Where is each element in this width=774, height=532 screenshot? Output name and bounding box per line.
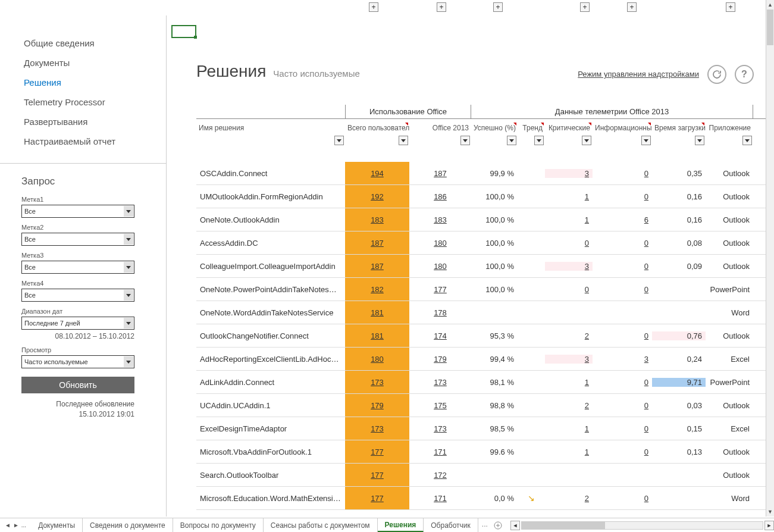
cell-office[interactable]: 178 — [409, 308, 471, 317]
cell-info[interactable]: 0 — [593, 424, 652, 433]
sheet-nav-more[interactable]: ... — [21, 522, 26, 528]
column-group-expand-button[interactable]: + — [437, 2, 446, 12]
cell-office[interactable]: 173 — [409, 378, 471, 387]
filter-button[interactable] — [582, 136, 591, 145]
filter-button[interactable] — [695, 136, 704, 145]
sheet-tab[interactable]: Сеансы работы с документом — [264, 518, 378, 532]
cell-office[interactable]: 183 — [409, 215, 471, 224]
cell-critical[interactable]: 2 — [545, 494, 593, 503]
nav-item[interactable]: Решения — [24, 73, 154, 92]
scroll-down-button[interactable]: ▼ — [766, 507, 774, 517]
cell-office[interactable]: 186 — [409, 192, 471, 201]
cell-info[interactable]: 0 — [593, 447, 652, 456]
cell-users[interactable]: 173 — [345, 417, 409, 440]
cell-info[interactable]: 0 — [593, 494, 652, 503]
view-select[interactable]: Часто используемые — [21, 355, 134, 368]
sheet-tab[interactable]: Сведения о документе — [83, 518, 173, 532]
help-icon-button[interactable]: ? — [735, 65, 754, 84]
cell-office[interactable]: 175 — [409, 401, 471, 410]
hscroll-thumb[interactable] — [522, 522, 605, 529]
filter-button[interactable] — [641, 136, 651, 145]
horizontal-scrollbar[interactable]: ◄ ► — [510, 518, 774, 532]
column-group-expand-button[interactable]: + — [493, 2, 503, 12]
cell-users[interactable]: 181 — [345, 324, 409, 347]
cell-office[interactable]: 173 — [409, 424, 471, 433]
sheet-tab[interactable]: Документы — [31, 518, 83, 532]
query-field-select[interactable]: Все — [21, 205, 134, 218]
refresh-icon-button[interactable] — [707, 65, 726, 84]
cell-users[interactable]: 177 — [345, 440, 409, 463]
cell-info[interactable]: 0 — [593, 239, 652, 248]
nav-item[interactable]: Документы — [24, 53, 154, 73]
cell-users[interactable]: 173 — [345, 371, 409, 393]
cell-critical[interactable]: 1 — [545, 424, 593, 433]
filter-button[interactable] — [507, 136, 516, 145]
cell-critical[interactable]: 1 — [545, 192, 593, 201]
vertical-scrollbar[interactable]: ▲ ▼ — [766, 0, 774, 517]
cell-users[interactable]: 187 — [345, 231, 409, 254]
cell-critical[interactable]: 2 — [545, 331, 593, 340]
cell-office[interactable]: 177 — [409, 285, 471, 294]
cell-office[interactable]: 171 — [409, 447, 471, 456]
sheet-tab[interactable]: Решения — [378, 518, 424, 532]
cell-info[interactable]: 0 — [593, 378, 652, 387]
sheet-tab[interactable]: Обработчик — [424, 518, 478, 532]
date-range-select[interactable]: Последние 7 дней — [21, 317, 134, 330]
cell-users[interactable]: 181 — [345, 301, 409, 324]
sheet-nav-next[interactable]: ► — [13, 522, 19, 528]
cell-users[interactable]: 177 — [345, 487, 409, 509]
cell-office[interactable]: 180 — [409, 239, 471, 248]
cell-office[interactable]: 187 — [409, 169, 471, 178]
filter-button[interactable] — [742, 136, 752, 145]
cell-critical[interactable]: 1 — [545, 215, 593, 224]
nav-item[interactable]: Настраиваемый отчет — [24, 132, 154, 151]
cell-office[interactable]: 174 — [409, 331, 471, 340]
cell-critical[interactable]: 1 — [545, 378, 593, 387]
refresh-button[interactable]: Обновить — [21, 377, 134, 393]
cell-critical[interactable]: 0 — [545, 239, 593, 248]
sheet-nav-prev[interactable]: ◄ — [5, 522, 11, 528]
cell-critical[interactable]: 0 — [545, 285, 593, 294]
nav-item[interactable]: Telemetry Processor — [24, 92, 154, 112]
cell-info[interactable]: 0 — [593, 192, 652, 201]
active-cell-indicator[interactable] — [171, 25, 196, 38]
scroll-thumb[interactable] — [767, 10, 773, 45]
cell-info[interactable]: 3 — [593, 355, 652, 364]
addin-management-mode-link[interactable]: Режим управления надстройками — [578, 70, 699, 79]
cell-office[interactable]: 172 — [409, 471, 471, 480]
filter-button[interactable] — [334, 136, 344, 145]
cell-critical[interactable]: 3 — [545, 169, 593, 178]
cell-users[interactable]: 194 — [345, 162, 409, 184]
hscroll-left[interactable]: ◄ — [510, 521, 520, 530]
cell-info[interactable]: 0 — [593, 169, 652, 178]
add-sheet-button[interactable] — [491, 518, 504, 532]
cell-critical[interactable]: 3 — [545, 355, 593, 364]
query-field-select[interactable]: Все — [21, 233, 134, 246]
column-group-expand-button[interactable]: + — [726, 2, 735, 12]
query-field-select[interactable]: Все — [21, 289, 134, 302]
cell-info[interactable]: 0 — [593, 331, 652, 340]
cell-users[interactable]: 179 — [345, 394, 409, 417]
cell-users[interactable]: 182 — [345, 278, 409, 301]
cell-users[interactable]: 183 — [345, 208, 409, 231]
cell-users[interactable]: 177 — [345, 464, 409, 486]
cell-office[interactable]: 180 — [409, 262, 471, 271]
cell-critical[interactable]: 2 — [545, 401, 593, 410]
filter-button[interactable] — [534, 136, 544, 145]
cell-users[interactable]: 180 — [345, 348, 409, 370]
cell-office[interactable]: 179 — [409, 355, 471, 364]
nav-item[interactable]: Развертывания — [24, 112, 154, 132]
sheet-tab[interactable]: Вопросы по документу — [173, 518, 264, 532]
column-group-expand-button[interactable]: + — [369, 2, 378, 12]
column-group-expand-button[interactable]: + — [627, 2, 637, 12]
column-group-expand-button[interactable]: + — [580, 2, 590, 12]
cell-info[interactable]: 0 — [593, 285, 652, 294]
cell-info[interactable]: 6 — [593, 215, 652, 224]
cell-users[interactable]: 192 — [345, 185, 409, 208]
query-field-select[interactable]: Все — [21, 261, 134, 274]
cell-critical[interactable]: 3 — [545, 262, 593, 271]
cell-info[interactable]: 0 — [593, 401, 652, 410]
cell-office[interactable]: 171 — [409, 494, 471, 503]
cell-info[interactable]: 0 — [593, 262, 652, 271]
cell-users[interactable]: 187 — [345, 255, 409, 277]
